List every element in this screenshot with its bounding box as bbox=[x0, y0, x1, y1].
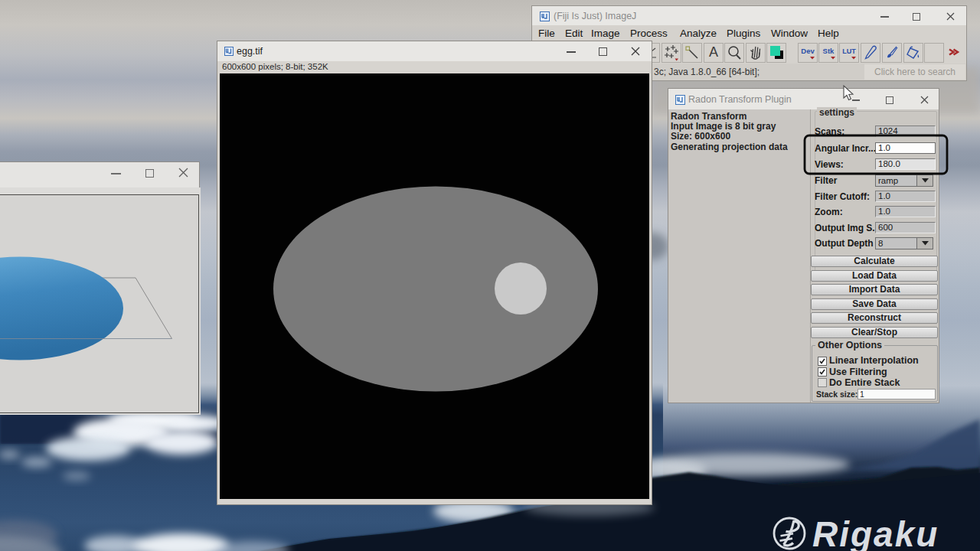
svg-text:Rigaku: Rigaku bbox=[812, 514, 939, 551]
